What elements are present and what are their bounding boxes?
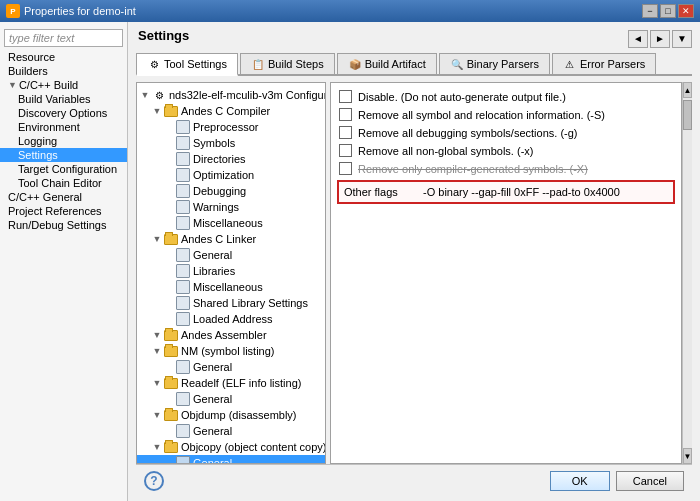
prop-label-remove-symbol: Remove all symbol and relocation informa… (358, 109, 605, 121)
forward-button[interactable]: ► (650, 30, 670, 48)
tree-item-warnings[interactable]: Warnings (137, 199, 325, 215)
scrollbar-thumb-area (683, 98, 692, 448)
close-button[interactable]: ✕ (678, 4, 694, 18)
tab-error-parsers-label: Error Parsers (580, 58, 645, 70)
sidebar-item-build-variables[interactable]: Build Variables (0, 92, 127, 106)
sidebar-item-project-refs[interactable]: Project References (0, 204, 127, 218)
sidebar-item-environment[interactable]: Environment (0, 120, 127, 134)
scrollbar-thumb[interactable] (683, 100, 692, 130)
tab-build-artifact-label: Build Artifact (365, 58, 426, 70)
tree-label-config: nds32le-elf-mculib-v3m Configurations (169, 89, 326, 101)
other-flags-input[interactable] (420, 185, 668, 199)
sidebar-item-resource[interactable]: Resource (0, 50, 127, 64)
maximize-button[interactable]: □ (660, 4, 676, 18)
tree-label-loaded-addr: Loaded Address (193, 313, 273, 325)
prop-row-disable: Disable. (Do not auto-generate output fi… (337, 89, 675, 104)
objcopy-icon (163, 440, 179, 454)
checkbox-remove-compiler[interactable] (339, 162, 352, 175)
tree-item-andes-c-linker[interactable]: ▼ Andes C Linker (137, 231, 325, 247)
tree-label-readelf-general: General (193, 393, 232, 405)
tree-item-objcopy[interactable]: ▼ Objcopy (object content copy) (137, 439, 325, 455)
scrollbar-down[interactable]: ▼ (683, 448, 692, 464)
tree-item-andes-c-compiler[interactable]: ▼ Andes C Compiler (137, 103, 325, 119)
tree-item-misc-linker[interactable]: Miscellaneous (137, 279, 325, 295)
tree-label-objdump: Objdump (disassembly) (181, 409, 297, 421)
tool-settings-icon: ⚙ (147, 57, 161, 71)
tree-label-warnings: Warnings (193, 201, 239, 213)
tree-item-optimization[interactable]: Optimization (137, 167, 325, 183)
tree-item-nm-general[interactable]: General (137, 359, 325, 375)
tree-item-debugging[interactable]: Debugging (137, 183, 325, 199)
tree-item-objdump-general[interactable]: General (137, 423, 325, 439)
sidebar-item-discovery[interactable]: Discovery Options (0, 106, 127, 120)
checkbox-remove-nonglobal[interactable] (339, 144, 352, 157)
tree-label-readelf: Readelf (ELF info listing) (181, 377, 301, 389)
top-bar: Settings ◄ ► ▼ (136, 28, 692, 49)
scrollbar-up[interactable]: ▲ (683, 82, 692, 98)
tree-item-loaded-addr[interactable]: Loaded Address (137, 311, 325, 327)
prop-row-remove-nonglobal: Remove all non-global symbols. (-x) (337, 143, 675, 158)
checkbox-remove-symbol[interactable] (339, 108, 352, 121)
title-bar-left: P Properties for demo-int (6, 4, 136, 18)
tree-item-symbols[interactable]: Symbols (137, 135, 325, 151)
tree-item-libraries[interactable]: Libraries (137, 263, 325, 279)
properties-panel: Disable. (Do not auto-generate output fi… (330, 82, 682, 464)
tree-item-directories[interactable]: Directories (137, 151, 325, 167)
sidebar-item-run-debug[interactable]: Run/Debug Settings (0, 218, 127, 232)
tree-label-directories: Directories (193, 153, 246, 165)
prop-row-other-flags: Other flags (337, 180, 675, 204)
content-split: ▼ ⚙ nds32le-elf-mculib-v3m Configuration… (136, 82, 692, 464)
sidebar-item-builders[interactable]: Builders (0, 64, 127, 78)
minimize-button[interactable]: − (642, 4, 658, 18)
sidebar-item-target[interactable]: Target Configuration (0, 162, 127, 176)
tree-label-optimization: Optimization (193, 169, 254, 181)
ok-button[interactable]: OK (550, 471, 610, 491)
tab-tool-settings[interactable]: ⚙ Tool Settings (136, 53, 238, 76)
dropdown-button[interactable]: ▼ (672, 30, 692, 48)
checkbox-remove-debug[interactable] (339, 126, 352, 139)
tree-item-linker-general[interactable]: General (137, 247, 325, 263)
properties-wrapper: Disable. (Do not auto-generate output fi… (330, 82, 692, 464)
tree-item-andes-assembler[interactable]: ▼ Andes Assembler (137, 327, 325, 343)
expand-icon-compiler: ▼ (151, 105, 163, 117)
sidebar-item-logging[interactable]: Logging (0, 134, 127, 148)
other-flags-label: Other flags (344, 186, 414, 198)
checkbox-disable[interactable] (339, 90, 352, 103)
nav-toolbar: ◄ ► ▼ (628, 30, 692, 48)
cancel-button[interactable]: Cancel (616, 471, 684, 491)
tree-item-readelf-general[interactable]: General (137, 391, 325, 407)
tree-item-misc-compiler[interactable]: Miscellaneous (137, 215, 325, 231)
tree-item-objdump[interactable]: ▼ Objdump (disassembly) (137, 407, 325, 423)
expand-icon: ▼ (139, 89, 151, 101)
tree-item-preprocessor[interactable]: Preprocessor (137, 119, 325, 135)
tree-label-libraries: Libraries (193, 265, 235, 277)
symbols-icon (175, 136, 191, 150)
objdump-icon (163, 408, 179, 422)
tab-error-parsers[interactable]: ⚠ Error Parsers (552, 53, 656, 74)
shared-lib-icon (175, 296, 191, 310)
nm-general-icon (175, 360, 191, 374)
tree-item-nm[interactable]: ▼ NM (symbol listing) (137, 343, 325, 359)
scrollbar-track[interactable]: ▲ ▼ (682, 82, 692, 464)
tree-panel: ▼ ⚙ nds32le-elf-mculib-v3m Configuration… (136, 82, 326, 464)
tree-item-readelf[interactable]: ▼ Readelf (ELF info listing) (137, 375, 325, 391)
tree-item-objcopy-general[interactable]: General (137, 455, 325, 464)
tree-label-andes-c-linker: Andes C Linker (181, 233, 256, 245)
sidebar-item-toolchain[interactable]: Tool Chain Editor (0, 176, 127, 190)
tree-label-objdump-general: General (193, 425, 232, 437)
app-icon: P (6, 4, 20, 18)
help-button[interactable]: ? (144, 471, 164, 491)
nm-icon (163, 344, 179, 358)
tab-build-artifact[interactable]: 📦 Build Artifact (337, 53, 437, 74)
sidebar-item-settings[interactable]: Settings (0, 148, 127, 162)
tree-item-config[interactable]: ▼ ⚙ nds32le-elf-mculib-v3m Configuration… (137, 87, 325, 103)
tree-label-symbols: Symbols (193, 137, 235, 149)
tab-build-steps[interactable]: 📋 Build Steps (240, 53, 335, 74)
tab-binary-parsers[interactable]: 🔍 Binary Parsers (439, 53, 550, 74)
filter-input[interactable]: type filter text (4, 29, 123, 47)
back-button[interactable]: ◄ (628, 30, 648, 48)
sidebar-item-cpp-build[interactable]: ▼ C/C++ Build (0, 78, 127, 92)
sidebar-item-cpp-general[interactable]: C/C++ General (0, 190, 127, 204)
objdump-general-icon (175, 424, 191, 438)
tree-item-shared-lib[interactable]: Shared Library Settings (137, 295, 325, 311)
